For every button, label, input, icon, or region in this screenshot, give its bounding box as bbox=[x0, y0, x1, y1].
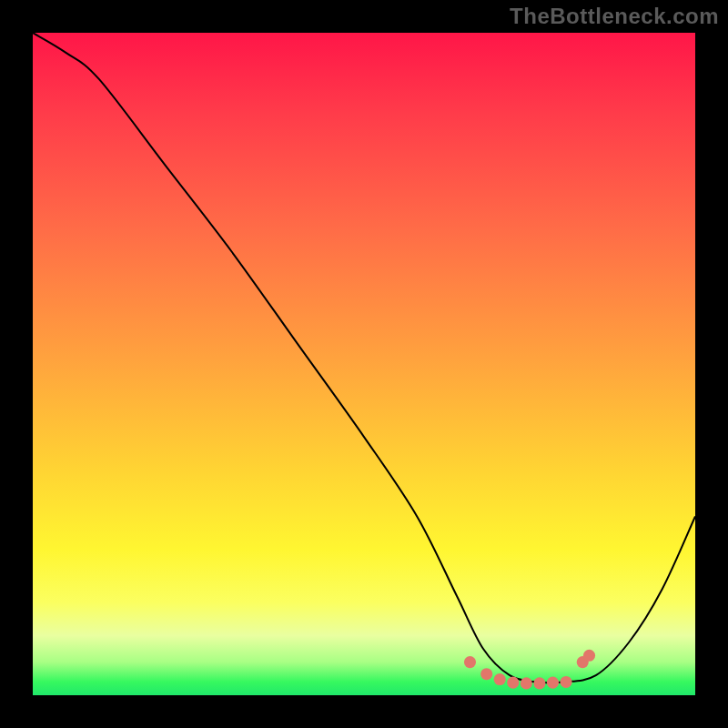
data-marker bbox=[494, 673, 506, 685]
data-marker bbox=[480, 668, 492, 680]
data-marker bbox=[507, 677, 519, 689]
chart-frame: TheBottleneck.com bbox=[0, 0, 728, 728]
watermark-text: TheBottleneck.com bbox=[510, 4, 719, 29]
data-marker bbox=[533, 677, 545, 689]
data-marker bbox=[560, 676, 571, 688]
chart-overlay-svg bbox=[33, 33, 695, 695]
marker-group bbox=[464, 650, 595, 690]
plot-area bbox=[33, 33, 695, 695]
data-marker bbox=[521, 677, 532, 689]
bottleneck-curve bbox=[33, 33, 695, 682]
data-marker bbox=[583, 650, 595, 662]
data-marker bbox=[547, 677, 559, 689]
data-marker bbox=[464, 656, 476, 668]
